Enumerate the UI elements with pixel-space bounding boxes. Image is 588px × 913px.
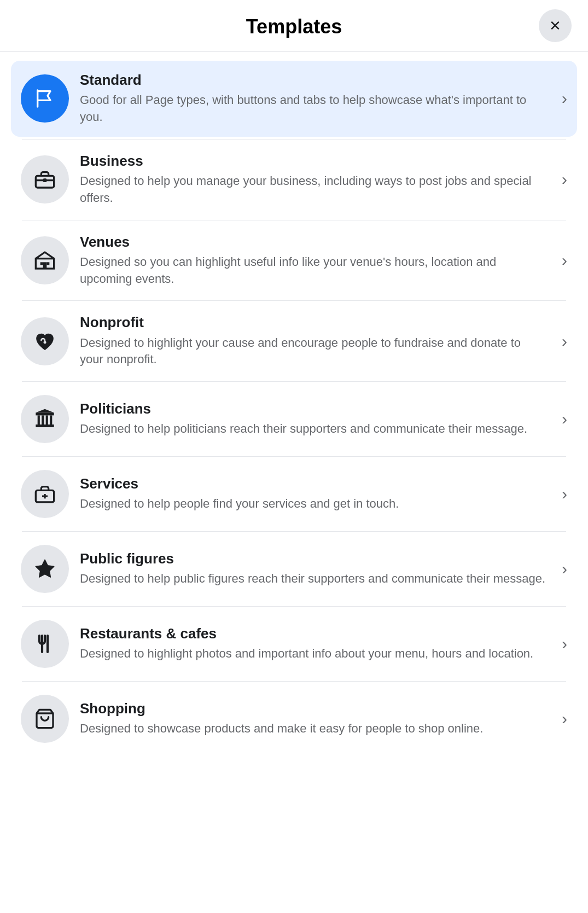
svg-rect-11 <box>42 415 44 424</box>
business-desc: Designed to help you manage your busines… <box>80 173 546 207</box>
separator-4 <box>22 381 566 382</box>
svg-rect-5 <box>43 262 47 269</box>
template-item-restaurants[interactable]: Restaurants & cafes Designed to highligh… <box>11 609 577 679</box>
services-icon <box>34 483 56 505</box>
close-button[interactable]: ✕ <box>539 9 572 42</box>
business-text: Business Designed to help you manage you… <box>80 153 546 207</box>
shopping-icon-circle <box>21 695 69 743</box>
page-title: Templates <box>246 15 342 38</box>
venues-name: Venues <box>80 234 546 251</box>
template-list: Standard Good for all Page types, with b… <box>0 52 588 763</box>
separator-8 <box>22 681 566 682</box>
politicians-desc: Designed to help politicians reach their… <box>80 421 546 438</box>
svg-rect-12 <box>46 415 48 424</box>
briefcase-icon <box>34 168 56 190</box>
shopping-name: Shopping <box>80 700 546 717</box>
svg-rect-4 <box>46 262 49 265</box>
nonprofit-name: Nonprofit <box>80 314 546 331</box>
header: Templates ✕ <box>0 0 588 51</box>
politicians-chevron: › <box>562 410 567 428</box>
nonprofit-text: Nonprofit Designed to highlight your cau… <box>80 314 546 368</box>
shopping-text: Shopping Designed to showcase products a… <box>80 700 546 737</box>
svg-rect-9 <box>36 412 54 415</box>
template-item-shopping[interactable]: Shopping Designed to showcase products a… <box>11 684 577 754</box>
politicians-icon <box>34 408 56 430</box>
separator-2 <box>22 220 566 220</box>
template-item-services[interactable]: Services Designed to help people find yo… <box>11 459 577 529</box>
services-name: Services <box>80 475 546 492</box>
svg-rect-10 <box>38 415 40 424</box>
nonprofit-desc: Designed to highlight your cause and enc… <box>80 335 546 369</box>
nonprofit-icon <box>34 330 56 352</box>
restaurants-desc: Designed to highlight photos and importa… <box>80 646 546 662</box>
venues-text: Venues Designed so you can highlight use… <box>80 234 546 288</box>
svg-rect-3 <box>40 262 43 265</box>
nonprofit-icon-circle <box>21 317 69 365</box>
standard-icon-circle <box>21 74 69 123</box>
standard-desc: Good for all Page types, with buttons an… <box>80 92 546 126</box>
svg-rect-8 <box>36 424 54 427</box>
services-desc: Designed to help people find your servic… <box>80 496 546 513</box>
standard-text: Standard Good for all Page types, with b… <box>80 72 546 126</box>
svg-point-7 <box>44 341 46 344</box>
services-icon-circle <box>21 470 69 518</box>
template-item-public-figures[interactable]: Public figures Designed to help public f… <box>11 534 577 604</box>
svg-marker-14 <box>36 409 54 413</box>
template-item-nonprofit[interactable]: Nonprofit Designed to highlight your cau… <box>11 303 577 379</box>
flag-icon <box>34 88 56 109</box>
separator-7 <box>22 606 566 607</box>
svg-rect-1 <box>43 179 47 183</box>
venues-desc: Designed so you can highlight useful inf… <box>80 254 546 288</box>
restaurants-text: Restaurants & cafes Designed to highligh… <box>80 625 546 662</box>
template-item-venues[interactable]: Venues Designed so you can highlight use… <box>11 223 577 299</box>
separator-3 <box>22 300 566 301</box>
services-text: Services Designed to help people find yo… <box>80 475 546 513</box>
template-item-politicians[interactable]: Politicians Designed to help politicians… <box>11 384 577 454</box>
separator-5 <box>22 456 566 457</box>
standard-name: Standard <box>80 72 546 89</box>
svg-marker-18 <box>36 560 54 577</box>
restaurants-name: Restaurants & cafes <box>80 625 546 642</box>
utensils-icon <box>34 633 56 655</box>
separator-1 <box>22 139 566 139</box>
svg-rect-13 <box>50 415 52 424</box>
public-figures-icon-circle <box>21 545 69 593</box>
nonprofit-chevron: › <box>562 332 567 351</box>
template-item-business[interactable]: Business Designed to help you manage you… <box>11 142 577 218</box>
restaurants-icon-circle <box>21 620 69 668</box>
venues-chevron: › <box>562 251 567 270</box>
politicians-text: Politicians Designed to help politicians… <box>80 400 546 438</box>
politicians-name: Politicians <box>80 400 546 417</box>
public-figures-chevron: › <box>562 560 567 578</box>
restaurants-chevron: › <box>562 635 567 653</box>
star-icon <box>34 558 56 580</box>
close-icon: ✕ <box>549 18 561 34</box>
business-name: Business <box>80 153 546 170</box>
shopping-bag-icon <box>34 708 56 730</box>
shopping-chevron: › <box>562 710 567 728</box>
business-icon-circle <box>21 155 69 203</box>
shopping-desc: Designed to showcase products and make i… <box>80 720 546 737</box>
business-chevron: › <box>562 170 567 189</box>
venue-icon <box>34 249 56 271</box>
venues-icon-circle <box>21 236 69 284</box>
page-container: Templates ✕ Standard Good for all Page t… <box>0 0 588 913</box>
public-figures-desc: Designed to help public figures reach th… <box>80 571 546 588</box>
public-figures-name: Public figures <box>80 550 546 567</box>
public-figures-text: Public figures Designed to help public f… <box>80 550 546 588</box>
template-item-standard[interactable]: Standard Good for all Page types, with b… <box>11 61 577 137</box>
politicians-icon-circle <box>21 395 69 443</box>
separator-6 <box>22 531 566 532</box>
services-chevron: › <box>562 485 567 503</box>
standard-chevron: › <box>562 89 567 108</box>
